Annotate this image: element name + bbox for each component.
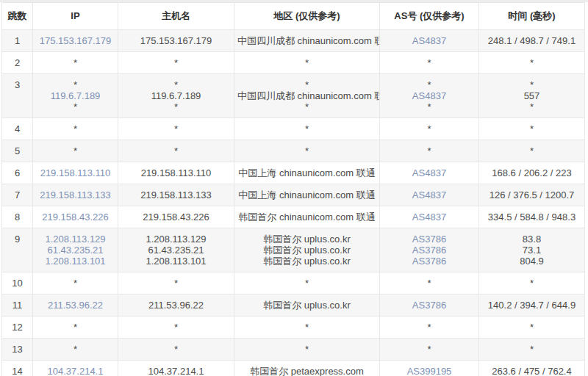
asn-value: * — [383, 57, 476, 68]
asn-line: AS399195 — [383, 366, 476, 376]
host-cell: * — [118, 317, 234, 339]
hop-number-cell: 7 — [2, 184, 33, 206]
region-value: 韩国首尔 chinaunicom.com 联通 — [237, 212, 376, 223]
asn-link[interactable]: AS399195 — [407, 366, 452, 376]
ip-cell: * — [33, 118, 118, 140]
asn-link[interactable]: AS4837 — [412, 212, 446, 223]
asn-link[interactable]: AS3786 — [412, 300, 446, 311]
ip-line: 219.158.43.226 — [36, 212, 115, 223]
latency-value: * — [482, 278, 581, 289]
ip-value: * — [36, 322, 115, 333]
table-row: 4***** — [2, 118, 585, 140]
latency-value: 126 / 376.5 / 1200.7 — [482, 189, 581, 200]
region-cell: 韩国首尔 uplus.co.kr韩国首尔 uplus.co.kr韩国首尔 upl… — [234, 228, 380, 272]
region-cell: 中国四川成都 chinaunicom.com 联通 — [234, 30, 380, 52]
region-cell: 中国上海 chinaunicom.com 联通 — [234, 162, 380, 184]
table-row: 1175.153.167.179175.153.167.179中国四川成都 ch… — [2, 30, 585, 52]
latency-value: 73.1 — [482, 245, 581, 256]
host-cell: 211.53.96.22 — [118, 294, 234, 317]
region-value: 韩国首尔 uplus.co.kr — [237, 300, 376, 311]
latency-value: * — [482, 145, 581, 156]
asn-value: * — [383, 101, 476, 112]
host-cell: 219.158.113.133 — [118, 184, 234, 206]
asn-cell: AS4837 — [380, 184, 479, 206]
asn-cell: * — [380, 272, 479, 294]
asn-cell: AS4837 — [380, 30, 479, 52]
host-cell: * — [118, 52, 234, 74]
asn-link[interactable]: AS3786 — [412, 245, 446, 256]
host-value: * — [121, 79, 231, 90]
ip-cell: *119.6.7.189* — [33, 74, 118, 118]
host-value: * — [121, 322, 231, 333]
time-cell: * — [479, 52, 585, 74]
asn-line: AS3786 — [383, 300, 476, 311]
asn-link[interactable]: AS3786 — [412, 234, 446, 245]
table-row: 11211.53.96.22211.53.96.22韩国首尔 uplus.co.… — [2, 294, 585, 317]
hop-number-cell: 8 — [2, 206, 33, 228]
ip-link[interactable]: 211.53.96.22 — [48, 300, 103, 311]
asn-link[interactable]: AS3786 — [412, 256, 446, 267]
ip-link[interactable]: 219.158.43.226 — [42, 212, 108, 223]
hop-number-cell: 12 — [2, 317, 33, 339]
ip-link[interactable]: 1.208.113.129 — [45, 234, 105, 245]
region-cell: * — [234, 52, 380, 74]
asn-line: AS3786 — [383, 234, 476, 245]
region-cell: * — [234, 118, 380, 140]
ip-link[interactable]: 1.208.113.101 — [45, 256, 105, 267]
asn-link[interactable]: AS4837 — [412, 90, 446, 101]
latency-value: * — [482, 57, 581, 68]
ip-line: 61.43.235.21 — [36, 245, 115, 256]
latency-value: 263.6 / 475 / 762.4 — [482, 366, 581, 376]
ip-cell: 219.158.43.226 — [33, 206, 118, 228]
latency-value: 140.2 / 394.7 / 644.9 — [482, 300, 581, 311]
hop-number-cell: 14 — [2, 361, 33, 376]
ip-cell: * — [33, 52, 118, 74]
hop-number-cell: 5 — [2, 140, 33, 162]
time-cell: 168.6 / 206.2 / 223 — [479, 162, 585, 184]
traceroute-table: 跳数 IP 主机名 地区 (仅供参考) AS号 (仅供参考) 时间 (毫秒) 1… — [1, 2, 585, 376]
ip-link[interactable]: 219.158.113.133 — [40, 189, 111, 200]
host-value: 211.53.96.22 — [121, 300, 231, 311]
ip-link[interactable]: 219.158.113.110 — [40, 167, 111, 178]
hop-number-cell: 2 — [2, 52, 33, 74]
asn-line: AS3786 — [383, 245, 476, 256]
ip-link[interactable]: 61.43.235.21 — [48, 245, 104, 256]
host-cell: * — [118, 140, 234, 162]
ip-link[interactable]: 175.153.167.179 — [40, 35, 112, 46]
host-cell: 219.158.113.110 — [118, 162, 234, 184]
ip-line: 211.53.96.22 — [36, 300, 115, 311]
ip-link[interactable]: 104.37.214.1 — [48, 366, 104, 376]
asn-link[interactable]: AS4837 — [412, 189, 446, 200]
host-value: 61.43.235.21 — [121, 245, 231, 256]
ip-line: 104.37.214.1 — [36, 366, 115, 376]
table-row: 12***** — [2, 317, 585, 339]
ip-line: 219.158.113.110 — [36, 167, 115, 178]
asn-link[interactable]: AS4837 — [412, 167, 446, 178]
host-value: * — [121, 101, 231, 112]
host-value: 104.37.214.1 — [121, 366, 231, 376]
ip-cell: 104.37.214.1 — [33, 361, 118, 376]
table-row: 6219.158.113.110219.158.113.110中国上海 chin… — [2, 162, 585, 184]
table-row: 3*119.6.7.189**119.6.7.189**中国四川成都 china… — [2, 74, 585, 118]
asn-cell: AS399195 — [380, 361, 479, 376]
host-value: 175.153.167.179 — [121, 35, 231, 46]
ip-line: 219.158.113.133 — [36, 189, 115, 200]
region-value: * — [237, 79, 376, 90]
latency-value: 557 — [482, 90, 581, 101]
asn-value: * — [383, 79, 476, 90]
host-cell: 175.153.167.179 — [118, 30, 234, 52]
region-value: * — [237, 57, 376, 68]
asn-link[interactable]: AS4837 — [412, 35, 446, 46]
table-row: 10***** — [2, 272, 585, 294]
hop-number-cell: 13 — [2, 339, 33, 361]
ip-value: * — [36, 145, 115, 156]
ip-value: * — [36, 101, 115, 112]
host-value: * — [121, 123, 231, 134]
time-cell: * — [479, 140, 585, 162]
asn-cell: AS4837 — [380, 206, 479, 228]
column-header-hop: 跳数 — [2, 3, 33, 30]
region-cell: 韩国首尔 chinaunicom.com 联通 — [234, 206, 380, 228]
ip-cell: 219.158.113.110 — [33, 162, 118, 184]
ip-link[interactable]: 119.6.7.189 — [51, 90, 101, 101]
ip-cell: * — [33, 140, 118, 162]
